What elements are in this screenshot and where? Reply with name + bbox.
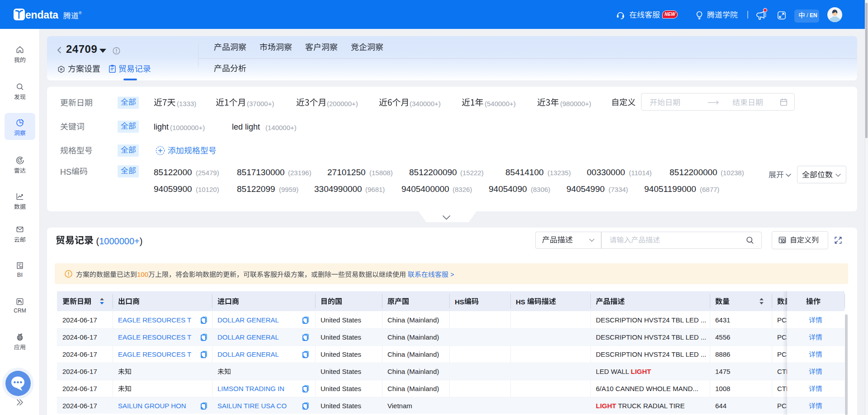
svg-text:BI: BI bbox=[19, 266, 22, 268]
